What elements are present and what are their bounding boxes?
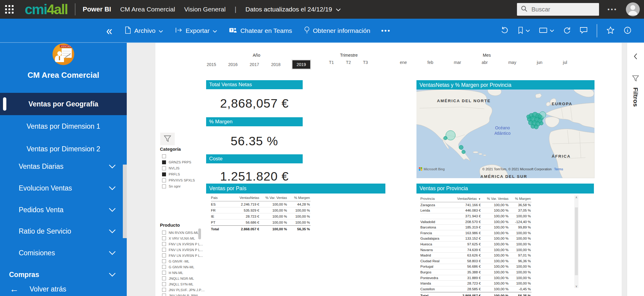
sidebar-item-ratio-de-servicio[interactable]: Ratio de Servicio (0, 224, 127, 239)
scroll-up-icon[interactable]: ∧ (574, 196, 579, 199)
table-row[interactable]: Madrid63.626 €100,00 %97,01 % (420, 253, 531, 258)
table-row[interactable]: IE28.723 €100,00 %100,00 % (211, 213, 311, 219)
star-icon[interactable] (606, 26, 615, 35)
product-checkbox-item[interactable]: FNV LN XVRSN P L... (162, 247, 205, 253)
sidebar-item-ventas-por-dimension-1[interactable]: Ventas por Dimension 1 (0, 119, 127, 134)
product-checkbox-item[interactable]: JNQLL SYN-ML (162, 281, 205, 287)
sidebar-item-comisiones[interactable]: Comisiones (0, 245, 127, 260)
quarter-option-T2[interactable]: T2 (345, 59, 352, 65)
user-avatar[interactable] (626, 2, 640, 16)
table-row[interactable]: FR535.929 €100,00 %100,00 % (211, 207, 311, 213)
year-option-2015[interactable]: 2015 (206, 61, 217, 68)
checkbox[interactable] (162, 236, 166, 240)
table-row[interactable]: Ciudad Real58.803 €100,00 %96,36 % (420, 258, 531, 264)
map-bubble[interactable] (534, 125, 538, 129)
data-updated-dropdown[interactable]: Datos actualizados el 24/12/19 (245, 6, 340, 13)
product-checkbox-item[interactable]: JNV PLSVF. JPN J.P.... (162, 287, 205, 293)
sidebar-item-compras[interactable]: Compras (0, 267, 127, 282)
product-checkbox-item[interactable]: JNQLL NGR-ML (162, 276, 205, 281)
month-option-ene[interactable]: ene (399, 59, 408, 65)
month-option-may[interactable]: may (507, 59, 517, 65)
checkbox[interactable] (162, 294, 166, 296)
category-checkbox-item[interactable] (162, 153, 195, 159)
sidebar-scrollbar[interactable] (123, 165, 127, 238)
back-button[interactable]: ← Volver atrás (10, 285, 66, 294)
year-option-2017[interactable]: 2017 (248, 61, 260, 68)
checkbox[interactable] (162, 231, 166, 235)
waffle-menu-icon[interactable] (0, 0, 19, 19)
year-option-2016[interactable]: 2016 (227, 61, 239, 68)
product-checkbox-item[interactable]: G GNVR NN-ML (162, 264, 205, 270)
year-option-2019[interactable]: 2019 (292, 59, 311, 70)
table-row[interactable]: Lerida446.083 €100,00 %37,05 % (420, 208, 531, 214)
sidebar-item-ventas-por-geografía[interactable]: Ventas por Geografía (0, 93, 127, 115)
table-row[interactable]: Francia163.986 €100,00 %100,00 % (420, 230, 531, 236)
checkbox[interactable] (162, 253, 166, 257)
checkbox[interactable] (162, 265, 166, 269)
column-header[interactable]: % Margen (288, 196, 311, 200)
map-bubble[interactable] (462, 150, 465, 154)
checkbox[interactable] (162, 248, 166, 252)
table-row[interactable]: Zaragoza741.166 €100,00 %36,58 % (420, 202, 531, 208)
checkbox[interactable] (162, 271, 166, 275)
sidebar-item-ventas-diarias[interactable]: Ventas Diarias (0, 159, 127, 174)
table-row[interactable]: Barcelona185.319 €100,00 %99,89 % (420, 225, 531, 230)
collapse-sidebar-icon[interactable]: « (106, 24, 112, 37)
toolbar-item-archivo[interactable]: Archivo (125, 27, 163, 35)
product-checkbox-item[interactable]: JNV VNVN R JPNL (162, 293, 205, 296)
checkbox[interactable] (162, 154, 166, 158)
toolbar-more-icon[interactable]: ••• (381, 27, 391, 35)
checkbox[interactable] (162, 282, 166, 286)
map-bubble[interactable] (538, 115, 542, 118)
province-table-scrollbar[interactable]: ∧ ∨ (574, 195, 579, 288)
checkbox[interactable] (162, 166, 166, 170)
category-checkbox-item[interactable]: PRFLS (162, 171, 195, 177)
product-list-scrollbar[interactable] (198, 228, 201, 239)
map-terms-link[interactable]: Terms (554, 167, 563, 171)
column-header[interactable]: % Var. Ventas (260, 196, 288, 200)
search-input[interactable] (531, 6, 586, 13)
info-icon[interactable] (624, 27, 631, 35)
checkbox-checked[interactable] (162, 160, 166, 164)
quarter-option-T1[interactable]: T1 (328, 59, 335, 65)
table-row[interactable]: Valladolid208.570 €100,00 %-124,40 % (420, 219, 531, 225)
table-row[interactable]: Pontevedra31.889 €100,00 %100,00 % (420, 275, 531, 281)
toolbar-item-obtener-informaci-n[interactable]: Obtener información (304, 26, 370, 36)
table-row[interactable]: Guadalajara133.152 €100,00 %100,00 % (420, 236, 531, 242)
column-header[interactable]: % Var. Ventas (481, 197, 509, 200)
province-map[interactable]: AMÉRICA DEL NORTE EUROPA ÁFRICA AMÉRICA … (416, 90, 595, 178)
category-checkbox-item[interactable]: NVLJS (162, 165, 195, 171)
undo-icon[interactable] (501, 27, 509, 35)
search-box[interactable] (517, 3, 599, 16)
expand-filters-icon[interactable] (633, 53, 638, 61)
month-option-jun[interactable]: jun (536, 59, 544, 65)
column-header[interactable]: VentasNetas (227, 196, 260, 200)
product-checkbox-item[interactable]: G GNVR -ML (162, 258, 205, 264)
sidebar-item-evolucion-ventas[interactable]: Evolucion Ventas (0, 181, 127, 196)
table-row[interactable]: Castellon28.585 €100,00 %-0,45 % (420, 286, 531, 292)
month-option-jul[interactable]: jul (562, 59, 568, 65)
table-row[interactable]: 371.943 €100,00 %100,00 % (420, 213, 531, 219)
checkbox-checked[interactable] (162, 172, 166, 176)
column-header[interactable]: Pais (211, 196, 227, 200)
checkbox[interactable] (162, 242, 166, 246)
toolbar-item-chatear-en-teams[interactable]: TChatear en Teams (229, 27, 292, 35)
sidebar-item-ventas-por-dimension-2[interactable]: Ventas por Dimension 2 (0, 141, 127, 156)
scrollbar-thumb[interactable] (575, 207, 578, 275)
table-row[interactable]: Portugal56.686 €100,00 %100,00 % (420, 264, 531, 270)
refresh-icon[interactable] (563, 27, 571, 35)
column-header[interactable]: Provincia (420, 197, 452, 200)
column-header[interactable]: VentasNetas▼ (452, 197, 481, 200)
category-filter-funnel-icon[interactable] (160, 133, 175, 145)
breadcrumb-workspace[interactable]: CM Area Comercial (120, 6, 175, 13)
quarter-option-T3[interactable]: T3 (362, 59, 369, 65)
product-checkbox-item[interactable]: FNV LN XVRSN P L... (162, 241, 205, 247)
checkbox[interactable] (162, 288, 166, 292)
table-row[interactable]: Irlanda28.723 €100,00 %100,00 % (420, 281, 531, 286)
table-row[interactable]: Burgos35.388 €100,00 %100,00 % (420, 269, 531, 275)
toolbar-item-exportar[interactable]: Exportar (175, 27, 217, 35)
category-checkbox-item[interactable]: GRNZS PRPS (162, 159, 195, 165)
product-checkbox-item[interactable]: H NN-ML (162, 270, 205, 276)
checkbox[interactable] (162, 259, 166, 263)
bookmark-icon[interactable] (518, 27, 530, 35)
